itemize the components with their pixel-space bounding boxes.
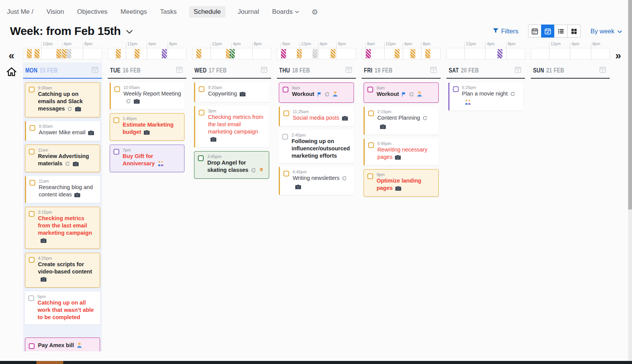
task-card[interactable]: 7pmBuy Gift for Anniversary xyxy=(110,145,185,172)
chevron-down-icon xyxy=(617,28,622,35)
task-card[interactable]: 5pmCatching up on all work that wasn’t a… xyxy=(25,292,100,324)
calendar-view-button[interactable] xyxy=(528,25,541,38)
day-header-thu[interactable]: THU18 FEB xyxy=(277,63,356,79)
next-week-button[interactable]: » xyxy=(615,51,621,61)
task-checkbox[interactable] xyxy=(199,86,204,92)
task-card[interactable]: 3pmChecking metrics from the last email … xyxy=(194,106,269,147)
task-checkbox[interactable] xyxy=(29,149,35,155)
task-card[interactable]: Pay Amex bill xyxy=(25,338,100,351)
task-card[interactable]: 1:45pmEstimate Marketing budget xyxy=(110,113,185,141)
day-name: WED xyxy=(194,67,207,74)
calendar-add-icon[interactable] xyxy=(599,66,607,75)
task-checkbox[interactable] xyxy=(114,117,119,123)
task-card[interactable]: 2:45pmFollowing up on influencer/outsour… xyxy=(279,130,354,163)
filter-funnel-icon xyxy=(493,28,499,35)
nav-item-objectives[interactable]: Objectives xyxy=(76,6,108,18)
task-checkbox[interactable] xyxy=(30,125,35,131)
task-card[interactable]: 4:20pmCreate scripts for video-based con… xyxy=(25,253,100,288)
timeline-track xyxy=(277,48,356,59)
task-card[interactable]: 3:15pmChecking metrics from the last ema… xyxy=(25,207,100,249)
day-header-fri[interactable]: FRI19 FEB xyxy=(362,63,441,79)
day-date: 19 FEB xyxy=(375,67,393,74)
nav-item-just-me[interactable]: Just Me / xyxy=(6,6,34,18)
task-checkbox[interactable] xyxy=(29,343,35,349)
task-checkbox[interactable] xyxy=(114,86,120,92)
calendar-add-icon[interactable] xyxy=(345,66,353,75)
nav-item-tasks[interactable]: Tasks xyxy=(159,6,177,18)
task-card[interactable]: 9pmOptimize landing pages xyxy=(364,169,439,197)
horizontal-scrollbar[interactable] xyxy=(0,361,632,364)
timeline-track xyxy=(531,48,610,59)
nav-item-journal[interactable]: Journal xyxy=(237,6,260,18)
calendar-add-icon[interactable] xyxy=(91,66,99,75)
task-card[interactable]: 9:30amAnswer Mike email xyxy=(25,121,100,141)
nav-item-meetings[interactable]: Meetings xyxy=(120,6,148,18)
calendar-add-icon[interactable] xyxy=(175,66,183,75)
task-checkbox[interactable] xyxy=(29,211,35,217)
task-checkbox[interactable] xyxy=(198,155,204,161)
calendar-add-icon[interactable] xyxy=(430,66,438,75)
task-checkbox[interactable] xyxy=(367,87,373,92)
task-checkbox[interactable] xyxy=(199,110,204,115)
task-content: 9:30amCatching up on emails and Slack me… xyxy=(38,86,97,114)
task-card[interactable]: 6:25pmPlan a movie night xyxy=(448,82,523,110)
task-checkbox[interactable] xyxy=(367,173,373,179)
task-card[interactable]: 3:45pmDrop Angel for skating classes xyxy=(194,151,269,179)
day-body-sat: SAT20 FEB6:25pmPlan a movie night xyxy=(446,63,525,351)
day-header-tue[interactable]: TUE16 FEB xyxy=(108,63,187,79)
task-card[interactable]: 11:25amSocial media posts xyxy=(279,107,354,126)
timeline-bar-gray xyxy=(313,49,318,58)
task-card[interactable]: 10:05amWeekly Report Meeting xyxy=(110,82,185,109)
planner-view-button[interactable] xyxy=(541,25,555,38)
task-checkbox[interactable] xyxy=(30,180,35,186)
timeline-bar-purple xyxy=(162,49,167,58)
task-checkbox[interactable] xyxy=(29,87,35,92)
vertical-scrollbar[interactable] xyxy=(628,0,632,361)
gear-icon[interactable]: ⚙ xyxy=(311,8,318,16)
home-button[interactable] xyxy=(7,67,16,78)
week-title-dropdown[interactable]: Week: from Feb 15th xyxy=(10,25,133,38)
list-view-button[interactable] xyxy=(554,25,568,38)
day-date: 20 FEB xyxy=(461,67,479,74)
timeline-bar-orange xyxy=(425,49,430,58)
task-checkbox[interactable] xyxy=(282,134,288,140)
task-checkbox[interactable] xyxy=(28,295,34,301)
filters-button[interactable]: Filters xyxy=(493,28,518,35)
task-card[interactable]: 6:45pmWriting newsletters xyxy=(279,167,354,195)
task-card[interactable]: 2:15pmContent Planning xyxy=(364,107,439,135)
task-card[interactable]: 11amResearching blog and content ideas xyxy=(25,176,100,203)
task-card[interactable]: 9:30amCatching up on emails and Slack me… xyxy=(25,82,100,117)
task-checkbox[interactable] xyxy=(283,171,289,176)
task-checkbox[interactable] xyxy=(29,257,35,263)
task-card[interactable]: 8amWorkout xyxy=(364,82,439,103)
task-card[interactable]: 9:20amCopywriting xyxy=(194,82,269,102)
timeline-bar-orange xyxy=(196,49,201,58)
task-title: Catching up on all work that wasn’t able… xyxy=(38,300,94,320)
day-header-mon[interactable]: MON15 FEB xyxy=(23,63,102,79)
grid-view-button[interactable] xyxy=(567,25,581,38)
task-card[interactable]: 8amWorkout xyxy=(279,82,354,103)
task-card[interactable]: 11amReview Advertising materials xyxy=(25,145,100,172)
day-header-sat[interactable]: SAT20 FEB xyxy=(446,63,525,79)
task-checkbox[interactable] xyxy=(283,110,289,116)
calendar-add-icon[interactable] xyxy=(260,66,268,75)
nav-item-vision[interactable]: Vision xyxy=(46,6,65,18)
task-checkbox[interactable] xyxy=(453,86,459,92)
calendar-add-icon[interactable] xyxy=(514,66,522,75)
task-checkbox[interactable] xyxy=(368,142,374,148)
day-header-sun[interactable]: SUN21 FEB xyxy=(531,63,610,79)
previous-week-button[interactable]: « xyxy=(8,51,14,61)
task-card[interactable]: 5:45pmRewriting necessary pages xyxy=(364,138,439,165)
vertical-scrollbar-thumb[interactable] xyxy=(628,0,632,209)
range-selector[interactable]: By week xyxy=(591,28,622,35)
task-title-row: Workout xyxy=(292,91,338,99)
task-title-row: Copywriting xyxy=(208,90,246,99)
task-checkbox[interactable] xyxy=(368,110,374,116)
day-header-wed[interactable]: WED17 FEB xyxy=(192,63,271,79)
task-content: 6:45pmWriting newsletters xyxy=(293,170,351,191)
task-checkbox[interactable] xyxy=(283,87,288,92)
nav-item-boards[interactable]: Boards xyxy=(271,6,300,18)
horizontal-scrollbar-thumb[interactable] xyxy=(36,361,63,364)
nav-item-schedule[interactable]: Schedule xyxy=(189,6,225,18)
task-checkbox[interactable] xyxy=(114,149,119,155)
